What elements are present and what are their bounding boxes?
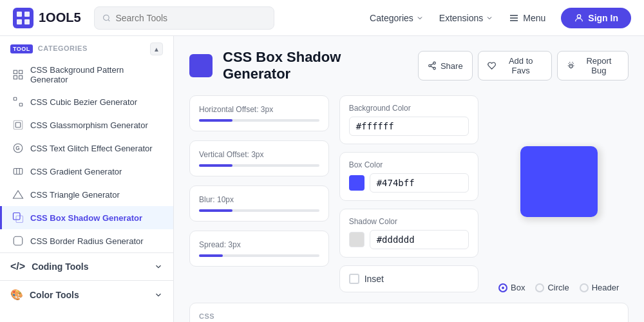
page-title: CSS Box Shadow Generator bbox=[223, 49, 408, 82]
chevron-down-icon bbox=[154, 290, 163, 299]
scroll-up-button[interactable]: ▲ bbox=[150, 43, 163, 55]
spread-label: Spread: 3px bbox=[199, 240, 319, 249]
shadow-color-value[interactable]: #dddddd bbox=[370, 230, 469, 249]
svg-rect-1 bbox=[17, 12, 22, 17]
blur-label: Blur: 10px bbox=[199, 195, 319, 204]
blur-control: Blur: 10px bbox=[189, 185, 329, 222]
tool-grid: Horizontal Offset: 3px Vertical Offset: … bbox=[189, 95, 629, 292]
horizontal-offset-label: Horizontal Offset: 3px bbox=[199, 105, 319, 114]
inset-checkbox[interactable] bbox=[349, 274, 359, 284]
shape-header-radio bbox=[580, 283, 589, 292]
svg-line-28 bbox=[431, 64, 433, 65]
user-icon bbox=[574, 13, 584, 23]
sidebar-item-triangle[interactable]: CSS Triangle Generator bbox=[0, 183, 173, 206]
shape-box-label: Box bbox=[511, 283, 525, 292]
grid-icon bbox=[12, 69, 24, 80]
vertical-offset-label: Vertical Offset: 3px bbox=[199, 150, 319, 159]
svg-rect-10 bbox=[19, 76, 23, 79]
bug-icon bbox=[567, 61, 575, 70]
add-to-favs-button[interactable]: Add to Favs bbox=[478, 51, 552, 80]
triangle-icon bbox=[12, 189, 24, 200]
menu-icon bbox=[509, 13, 519, 23]
css-output: CSS -webkit-box-shadow: 3px 3px 10px 3px… bbox=[189, 303, 629, 322]
background-color-group: Background Color #ffffff bbox=[339, 95, 479, 144]
svg-marker-20 bbox=[14, 191, 23, 198]
svg-rect-2 bbox=[24, 12, 30, 17]
inset-group: Inset bbox=[339, 265, 479, 292]
content-area: CSS Box Shadow Generator Share Add to Fa… bbox=[174, 36, 644, 322]
svg-rect-17 bbox=[14, 169, 23, 175]
code-icon: </> bbox=[10, 261, 25, 272]
glass-icon bbox=[12, 119, 24, 131]
horizontal-offset-control: Horizontal Offset: 3px bbox=[189, 95, 329, 131]
search-bar[interactable] bbox=[94, 6, 274, 30]
shape-circle-label: Circle bbox=[547, 283, 569, 292]
svg-point-5 bbox=[103, 15, 109, 21]
box-color-group: Box Color #474bff bbox=[339, 152, 479, 201]
bezier-icon bbox=[12, 96, 24, 108]
heart-icon bbox=[488, 61, 496, 70]
sidebar-item-gradient[interactable]: CSS Gradient Generator bbox=[0, 160, 173, 183]
tool-badge: TOOL bbox=[10, 44, 33, 53]
background-color-label: Background Color bbox=[349, 104, 469, 113]
svg-line-27 bbox=[431, 66, 433, 68]
svg-rect-3 bbox=[17, 19, 22, 24]
page-title-icon bbox=[189, 54, 213, 77]
box-color-swatch[interactable] bbox=[349, 175, 365, 191]
categories-nav[interactable]: Categories bbox=[370, 13, 424, 23]
svg-rect-0 bbox=[13, 8, 33, 28]
extensions-nav[interactable]: Extensions bbox=[439, 13, 493, 23]
chevron-down-icon bbox=[154, 262, 163, 271]
sidebar-category-color[interactable]: 🎨 Color Tools bbox=[0, 280, 173, 308]
shape-header-option[interactable]: Header bbox=[580, 283, 620, 292]
sidebar: TOOL CATEGORIES ▲ CSS Background Pattern… bbox=[0, 36, 174, 322]
glitch-icon: G bbox=[12, 142, 24, 154]
chevron-down-icon bbox=[486, 14, 493, 22]
svg-rect-9 bbox=[14, 76, 17, 79]
page-header: CSS Box Shadow Generator Share Add to Fa… bbox=[189, 49, 629, 82]
svg-rect-11 bbox=[14, 97, 17, 100]
shape-circle-radio bbox=[535, 283, 544, 292]
sidebar-item-border-radius[interactable]: CSS Border Radius Generator bbox=[0, 229, 173, 252]
svg-rect-12 bbox=[19, 103, 23, 106]
menu-button[interactable]: Menu bbox=[509, 13, 545, 23]
spread-control: Spread: 3px bbox=[189, 231, 329, 267]
box-color-value[interactable]: #474bff bbox=[370, 173, 469, 193]
controls-column: Horizontal Offset: 3px Vertical Offset: … bbox=[189, 95, 329, 292]
sidebar-item-text-glitch[interactable]: G CSS Text Glitch Effect Generator bbox=[0, 137, 173, 160]
gradient-icon bbox=[12, 166, 24, 177]
svg-rect-4 bbox=[24, 19, 30, 24]
share-button[interactable]: Share bbox=[418, 51, 473, 80]
logo[interactable]: 1OOL5 bbox=[13, 8, 81, 28]
sidebar-item-box-shadow[interactable]: CSS Box Shadow Generator bbox=[0, 206, 173, 229]
css-output-label: CSS bbox=[199, 312, 619, 320]
palette-icon: 🎨 bbox=[10, 289, 23, 301]
border-radius-icon bbox=[12, 235, 24, 247]
svg-point-25 bbox=[429, 64, 431, 67]
svg-rect-23 bbox=[14, 236, 23, 245]
main-layout: TOOL CATEGORIES ▲ CSS Background Pattern… bbox=[0, 36, 644, 322]
svg-rect-13 bbox=[14, 120, 23, 129]
sign-in-button[interactable]: Sign In bbox=[561, 8, 631, 28]
sidebar-section-label: TOOL CATEGORIES bbox=[10, 44, 88, 53]
svg-rect-8 bbox=[19, 70, 23, 73]
report-bug-button[interactable]: Report Bug bbox=[557, 51, 629, 80]
share-icon bbox=[428, 61, 437, 70]
sidebar-item-bg-pattern[interactable]: CSS Background Pattern Generator bbox=[0, 59, 173, 90]
shape-box-radio bbox=[498, 283, 507, 292]
svg-point-24 bbox=[433, 62, 436, 64]
svg-point-6 bbox=[578, 14, 581, 17]
inset-label: Inset bbox=[365, 274, 384, 284]
svg-rect-7 bbox=[14, 70, 17, 73]
svg-rect-14 bbox=[15, 122, 21, 128]
header-actions: Share Add to Favs Report Bug bbox=[418, 51, 629, 80]
shadow-color-swatch[interactable] bbox=[349, 232, 365, 247]
vertical-offset-control: Vertical Offset: 3px bbox=[189, 140, 329, 176]
shape-selector: Box Circle Header bbox=[498, 283, 619, 292]
sidebar-item-cubic-bezier[interactable]: CSS Cubic Bezier Generator bbox=[0, 90, 173, 113]
sidebar-item-glassmorphism[interactable]: CSS Glassmorphism Generator bbox=[0, 113, 173, 137]
shape-box-option[interactable]: Box bbox=[498, 283, 525, 292]
sidebar-category-coding[interactable]: </> Coding Tools bbox=[0, 252, 173, 280]
shape-circle-option[interactable]: Circle bbox=[535, 283, 569, 292]
search-input[interactable] bbox=[115, 13, 265, 23]
